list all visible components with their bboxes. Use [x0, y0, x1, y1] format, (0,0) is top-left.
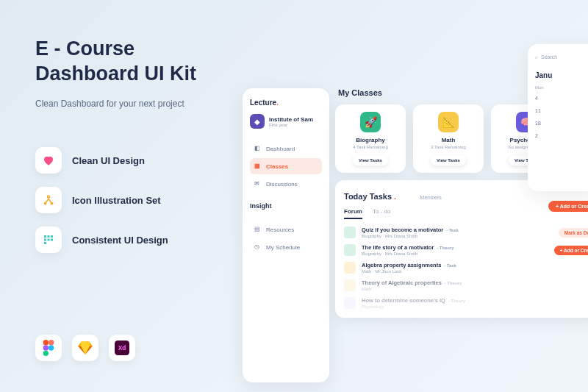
schedule-icon: ◷ — [254, 243, 262, 251]
tool-icons: Xd — [35, 335, 135, 361]
svg-rect-8 — [51, 239, 53, 241]
sidebar-item-discussions[interactable]: ✉Discussions — [250, 176, 322, 192]
sidebar-title: Lecture — [250, 99, 322, 107]
members-label: Members — [420, 195, 442, 200]
search-icon: ⌕ — [535, 54, 538, 60]
svg-rect-3 — [44, 235, 46, 238]
sidebar-item-resources[interactable]: ▤Resources — [250, 221, 322, 238]
calendar-date[interactable]: 2 — [535, 133, 588, 138]
xd-icon: Xd — [109, 335, 135, 361]
view-tasks-button[interactable]: View Tasks — [353, 155, 388, 165]
hero-title: E - Course Dashboard UI Kit — [35, 37, 226, 87]
biography-icon: 🚀 — [360, 112, 381, 132]
tasks-panel: Today Tasks Members Forum To - do + Add … — [335, 180, 588, 318]
svg-rect-9 — [44, 242, 46, 244]
feature-item: Clean UI Design — [35, 147, 168, 174]
class-card-math[interactable]: 📐 Math 3 Task Remaining View Tasks — [413, 104, 484, 173]
add-create-button[interactable]: + Add or Create — [554, 246, 588, 255]
sidebar-item-dashboard[interactable]: ◧Dashboard — [250, 140, 322, 157]
task-subject-icon — [344, 244, 356, 256]
svg-rect-6 — [44, 239, 46, 241]
search-input[interactable]: ⌕Search — [535, 54, 588, 60]
task-row[interactable]: How to determine someone's IQ· Theory Ps… — [344, 297, 588, 309]
task-row[interactable]: The life story of a motivator· Theory Bi… — [344, 244, 588, 256]
math-icon: 📐 — [438, 112, 459, 132]
task-row[interactable]: Algebra property assignments· Task Math … — [344, 262, 588, 274]
svg-text:Xd: Xd — [118, 344, 126, 352]
calendar-date[interactable]: 11 — [535, 108, 588, 113]
view-tasks-button[interactable]: View Tasks — [431, 155, 466, 165]
calendar-month: Janu — [535, 71, 588, 79]
svg-rect-5 — [51, 235, 53, 238]
sidebar-nav: ◧Dashboard ▦Classes ✉Discussions — [250, 140, 322, 192]
task-subject-icon — [344, 262, 356, 274]
avatar-icon: ◆ — [250, 114, 265, 129]
svg-point-13 — [49, 345, 54, 350]
hero-subtitle: Clean Dashboard for your next project — [35, 97, 226, 110]
sidebar: Lecture ◆ Institute of Sam First year ◧D… — [243, 88, 329, 382]
illustration-icon — [35, 187, 62, 213]
figma-icon — [35, 335, 62, 361]
sketch-icon — [72, 335, 98, 361]
task-list: Quiz if you become a motivator· Task Bio… — [344, 227, 588, 309]
task-subject-icon — [344, 297, 356, 309]
feature-item: Consistent UI Design — [35, 227, 168, 253]
discussions-icon: ✉ — [254, 180, 262, 188]
sidebar-user[interactable]: ◆ Institute of Sam First year — [250, 114, 322, 129]
calendar-date[interactable]: 4 — [535, 96, 588, 101]
add-create-button[interactable]: + Add or Create — [548, 201, 588, 212]
mark-done-button[interactable]: Mark as Done — [559, 228, 588, 238]
sidebar-item-classes[interactable]: ▦Classes — [250, 158, 322, 174]
task-row[interactable]: Quiz if you become a motivator· Task Bio… — [344, 227, 588, 238]
tab-todo[interactable]: To - do — [373, 208, 390, 219]
task-subject-icon — [344, 279, 356, 291]
calendar-day-header: Mon — [535, 85, 588, 90]
classes-icon: ▦ — [254, 163, 262, 170]
resources-icon: ▤ — [254, 226, 262, 233]
calendar-panel: ⌕Search Janu Mon 4 11 18 2 — [528, 44, 588, 191]
class-card-biography[interactable]: 🚀 Biography 4 Task Remaining View Tasks — [335, 104, 406, 173]
feature-label: Icon Illustration Set — [72, 195, 161, 206]
feature-list: Clean UI Design Icon Illustration Set Co… — [35, 147, 168, 253]
svg-rect-7 — [48, 239, 50, 241]
task-subject-icon — [344, 227, 356, 238]
sidebar-section-insight: Insight — [250, 202, 322, 210]
svg-point-12 — [43, 345, 49, 350]
svg-point-0 — [48, 196, 50, 198]
hero: E - Course Dashboard UI Kit Clean Dashbo… — [35, 37, 226, 110]
grid-icon — [35, 227, 62, 253]
feature-label: Clean UI Design — [72, 155, 145, 166]
dashboard-icon: ◧ — [254, 145, 262, 152]
svg-point-10 — [43, 340, 49, 345]
feature-label: Consistent UI Design — [72, 235, 168, 246]
svg-rect-4 — [48, 235, 50, 238]
tasks-title: Today Tasks — [344, 192, 396, 201]
calendar-dates: 4 11 18 2 — [535, 96, 588, 138]
sidebar-item-schedule[interactable]: ◷My Schedule — [250, 239, 322, 255]
svg-point-11 — [49, 340, 54, 345]
task-row[interactable]: Theory of Algebraic properties· Theory M… — [344, 279, 588, 291]
heart-icon — [35, 147, 62, 174]
svg-point-14 — [43, 351, 49, 356]
tab-forum[interactable]: Forum — [344, 208, 362, 219]
calendar-date[interactable]: 18 — [535, 121, 588, 126]
feature-item: Icon Illustration Set — [35, 187, 168, 213]
